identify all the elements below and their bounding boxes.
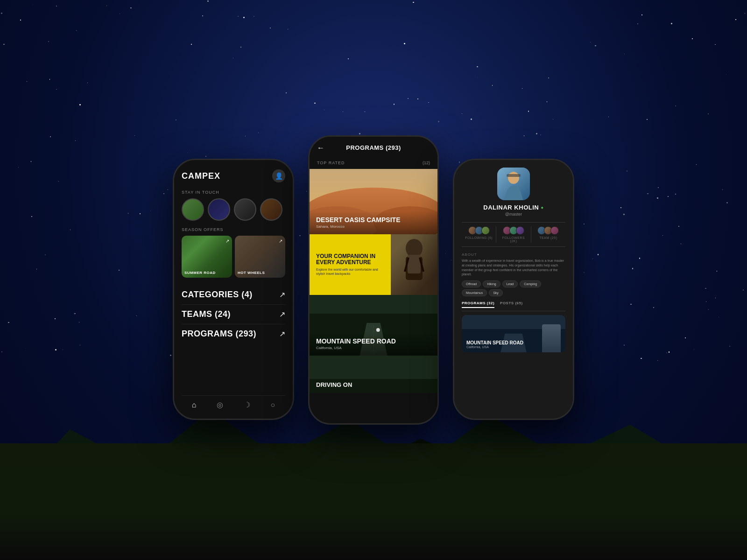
categories-text: CATEGORIES (4) [182, 290, 253, 300]
stories-row [182, 198, 285, 221]
bottom-navigation: ⌂ ◎ ☽ ○ [182, 395, 285, 411]
following-label: FOLLOWING (6) [465, 236, 493, 239]
tag-lead[interactable]: Lead [502, 280, 518, 287]
back-button[interactable]: ← [317, 144, 324, 152]
explore-icon[interactable]: ◎ [217, 400, 223, 409]
season-hotwheels-label: HOT WHEELS [238, 271, 265, 275]
tag-offroad[interactable]: Offroad [462, 280, 481, 287]
driving-card[interactable]: DRIVING ON [310, 356, 437, 393]
following-avatars [468, 226, 490, 235]
promo-desc: Explore the world with our comfortable a… [316, 267, 384, 276]
team-avatars [537, 226, 559, 235]
tag-camping[interactable]: Camping [520, 280, 541, 287]
season-card-hot-wheels[interactable]: HOT WHEELS ↗ [235, 236, 285, 278]
desert-card-text: DESERT OASIS CAMPSITE Sahara, Morocco [310, 211, 437, 234]
profile-tabs: PROGRAMS (32) POSTS (65) [462, 301, 565, 311]
teams-text: TEAMS (24) [182, 309, 231, 319]
phone-profile-screen: DALINAR KHOLIN ● @master FOLLOWING (6) [454, 160, 573, 419]
story-2[interactable] [208, 198, 230, 221]
about-label: ABOUT [462, 252, 565, 257]
profile-pic-svg [497, 168, 530, 200]
promo-figure [391, 234, 437, 295]
desert-oasis-card[interactable]: DESERT OASIS CAMPSITE Sahara, Morocco [310, 169, 437, 234]
svg-point-22 [376, 328, 380, 332]
nav-links: CATEGORIES (4) ↗ TEAMS (24) ↗ PROGRAMS (… [182, 285, 285, 392]
desert-card-title: DESERT OASIS CAMPSITE [316, 217, 431, 224]
phone-programs: ← PROGRAMS (293) TOP RATED (12) [308, 135, 439, 425]
tag-mountainus[interactable]: Mountainus [462, 289, 487, 296]
team-stat[interactable]: TEAM (25) [531, 226, 565, 243]
programs-title: PROGRAMS (293) [346, 144, 401, 151]
home-header: CAMPEX 👤 [182, 169, 285, 182]
promo-title: YOUR COMPANION IN EVERY ADVENTURE [316, 253, 384, 266]
profile-name-row: DALINAR KHOLIN ● @master [462, 204, 565, 217]
teams-arrow: ↗ [279, 310, 285, 319]
featured-card-subtitle: California, USA [466, 345, 561, 349]
tag-sky[interactable]: Sky [489, 289, 503, 296]
following-stat[interactable]: FOLLOWING (6) [462, 226, 496, 243]
campex-logo: CAMPEX [182, 171, 220, 181]
svg-rect-15 [408, 255, 421, 273]
season-summer-label: SUMMER ROAD [184, 271, 216, 275]
followers-avatars [503, 226, 524, 235]
tab-programs[interactable]: PROGRAMS (32) [462, 301, 494, 308]
featured-card-title: MOUNTAIN SPEED ROAD [466, 340, 561, 345]
profile-stats: FOLLOWING (6) FOLLOWERS (2K) [462, 222, 565, 247]
followers-avatar-3 [516, 226, 524, 235]
featured-card-overlay: MOUNTAIN SPEED ROAD California, USA [462, 336, 565, 352]
story-4[interactable] [260, 198, 282, 221]
season-hotwheels-arrow: ↗ [279, 238, 282, 244]
team-label: TEAM (25) [539, 236, 557, 239]
driving-text: DRIVING ON [310, 377, 437, 393]
categories-link[interactable]: CATEGORIES (4) ↗ [182, 285, 285, 305]
story-3[interactable] [234, 198, 256, 221]
programs-topbar: ← PROGRAMS (293) [310, 137, 437, 157]
phones-container: CAMPEX 👤 STAY IN TOUCH SEASON OFFERS SUM… [0, 0, 747, 560]
programs-text: PROGRAMS (293) [182, 329, 256, 339]
promo-card[interactable]: YOUR COMPANION IN EVERY ADVENTURE Explor… [310, 234, 437, 295]
phone-home: CAMPEX 👤 STAY IN TOUCH SEASON OFFERS SUM… [173, 159, 294, 420]
programs-link[interactable]: PROGRAMS (293) ↗ [182, 324, 285, 343]
top-rated-label: TOP RATED [317, 161, 345, 165]
promo-text: YOUR COMPANION IN EVERY ADVENTURE Explor… [310, 247, 391, 283]
tab-posts[interactable]: POSTS (65) [500, 301, 523, 308]
follower-avatar-3 [481, 226, 490, 235]
phone-profile: DALINAR KHOLIN ● @master FOLLOWING (6) [453, 159, 574, 420]
followers-stat[interactable]: FOLLOWERS (2K) [496, 226, 530, 243]
phone-home-screen: CAMPEX 👤 STAY IN TOUCH SEASON OFFERS SUM… [174, 160, 293, 419]
top-rated-header: TOP RATED (12) [310, 157, 437, 169]
team-avatar-3 [550, 226, 559, 235]
profile-button[interactable]: 👤 [272, 169, 285, 182]
svg-point-26 [508, 172, 519, 184]
season-grid: SUMMER ROAD ↗ HOT WHEELS ↗ [182, 236, 285, 278]
mountain-card-subtitle: California, USA [316, 346, 431, 350]
followers-label: FOLLOWERS (2K) [498, 236, 529, 243]
categories-arrow: ↗ [279, 290, 285, 299]
night-icon[interactable]: ☽ [244, 400, 250, 409]
about-text: With a wealth of experience in travel or… [462, 259, 565, 277]
driving-title: DRIVING ON [316, 381, 431, 388]
stay-in-touch-label: STAY IN TOUCH [182, 190, 285, 195]
profile-tags: Offroad Hiking Lead Camping Mountainus S… [462, 280, 565, 296]
profile-icon[interactable]: ○ [270, 401, 275, 409]
backpacker-svg [391, 234, 437, 295]
profile-handle: @master [462, 212, 565, 217]
svg-rect-27 [507, 174, 521, 177]
verified-badge: ● [541, 205, 544, 210]
mountain-card-text: MOUNTAIN SPEED ROAD California, USA [310, 332, 437, 356]
program-cards: DESERT OASIS CAMPSITE Sahara, Morocco YO… [310, 169, 437, 423]
desert-card-subtitle: Sahara, Morocco [316, 224, 431, 229]
profile-name: DALINAR KHOLIN ● [462, 204, 565, 211]
phone-programs-screen: ← PROGRAMS (293) TOP RATED (12) [310, 137, 437, 423]
home-icon[interactable]: ⌂ [192, 401, 197, 409]
top-rated-count: (12) [423, 161, 430, 165]
season-offers-label: SEASON OFFERS [182, 227, 285, 232]
story-1[interactable] [182, 198, 204, 221]
tag-hiking[interactable]: Hiking [483, 280, 500, 287]
mountain-road-card[interactable]: MOUNTAIN SPEED ROAD California, USA [310, 295, 437, 356]
mountain-card-title: MOUNTAIN SPEED ROAD [316, 338, 431, 345]
featured-program-card[interactable]: MOUNTAIN SPEED ROAD California, USA [462, 315, 565, 352]
season-card-summer[interactable]: SUMMER ROAD ↗ [182, 236, 232, 278]
teams-link[interactable]: TEAMS (24) ↗ [182, 305, 285, 324]
season-summer-arrow: ↗ [226, 238, 229, 244]
